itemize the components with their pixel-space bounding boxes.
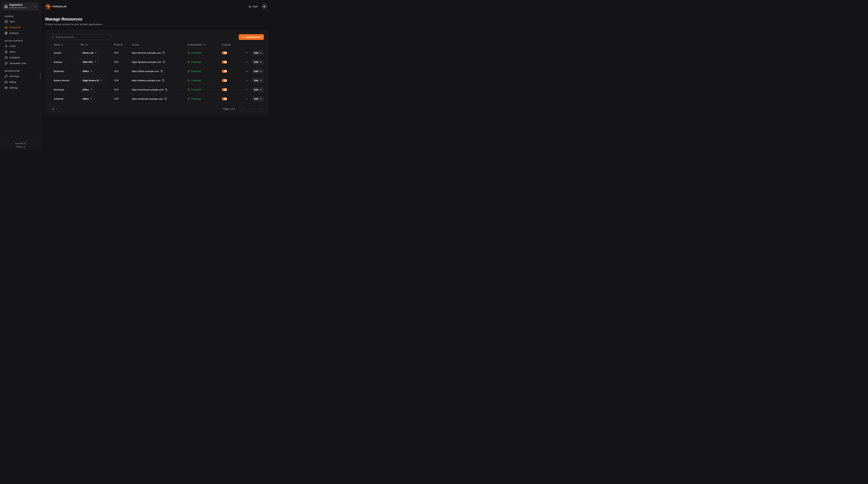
column-header-authentication[interactable]: Authentication — [187, 43, 222, 46]
key-icon — [4, 75, 8, 78]
resource-url: https://immich.example.com — [132, 52, 161, 54]
copy-icon — [162, 79, 164, 82]
edit-button[interactable]: Edit — [252, 78, 264, 83]
edit-button[interactable]: Edit — [252, 60, 264, 64]
site-link-button[interactable]: Office — [80, 68, 94, 74]
theme-toggle[interactable]: Dark — [249, 5, 258, 8]
site-link-button[interactable]: AWS VPC — [80, 59, 98, 65]
resource-protocol: TCP — [114, 88, 132, 91]
enabled-toggle[interactable] — [222, 70, 227, 73]
ticket-check-icon — [4, 81, 8, 84]
enabled-toggle[interactable] — [222, 79, 227, 82]
chevrons-right-icon — [260, 108, 262, 110]
page-head: Manage Resources Create secure proxies t… — [45, 17, 268, 26]
shield-check-icon — [187, 61, 190, 63]
edit-button[interactable]: Edit — [252, 96, 264, 101]
sidebar-item-billing[interactable]: Billing — [2, 79, 38, 85]
add-resource-button[interactable]: Add Resource — [239, 34, 264, 40]
copy-url-button[interactable] — [161, 70, 163, 72]
sidebar-item-label: Users — [9, 45, 16, 48]
arrow-right-icon — [259, 61, 262, 63]
sidebar-item-users[interactable]: Users — [2, 43, 38, 49]
first-page-button[interactable] — [240, 107, 245, 112]
pangolin-logo-icon — [45, 4, 51, 9]
search-icon — [52, 36, 54, 38]
shield-check-icon — [187, 79, 190, 82]
column-header-enabled: Enabled — [222, 43, 232, 46]
ellipsis-icon — [245, 88, 248, 91]
sort-icon[interactable] — [204, 43, 206, 46]
next-page-button[interactable] — [252, 107, 257, 112]
row-menu-button[interactable] — [245, 79, 248, 82]
chevron-right-icon — [254, 108, 256, 110]
org-selector-label: Organization — [9, 4, 32, 6]
avatar[interactable]: M — [261, 4, 267, 9]
row-menu-button[interactable] — [245, 70, 248, 73]
site-link-button[interactable]: Office — [80, 96, 94, 101]
page-title: Manage Resources — [45, 17, 268, 22]
sort-icon[interactable] — [85, 43, 88, 46]
column-header-protocol: Protocol — [114, 43, 132, 46]
site-link-button[interactable]: Office — [80, 87, 94, 92]
resource-url: https://authentik.example.com — [132, 97, 163, 100]
avatar-initial: M — [264, 5, 265, 8]
sidebar-item-resources[interactable]: Resources — [2, 25, 38, 30]
search-input[interactable] — [56, 36, 109, 38]
enabled-toggle[interactable] — [222, 88, 227, 91]
copy-url-button[interactable] — [165, 88, 167, 91]
enabled-toggle[interactable] — [222, 97, 227, 100]
card-toolbar: Add Resource — [50, 34, 264, 40]
column-header-name[interactable]: Name — [54, 43, 80, 46]
copy-url-button[interactable] — [164, 97, 167, 100]
moon-icon — [249, 5, 251, 8]
footer-link-github[interactable]: GitHub — [16, 146, 25, 148]
user-icon — [4, 44, 8, 48]
sidebar-item-domains[interactable]: Domains — [2, 30, 38, 36]
row-menu-button[interactable] — [245, 88, 248, 91]
auth-status-badge: Protected — [191, 79, 201, 82]
copy-url-button[interactable] — [162, 79, 164, 82]
site-link-button[interactable]: Home Lab — [80, 50, 99, 55]
main-content: PANGOLIN Dark M Manage Resources Create … — [41, 0, 270, 150]
sidebar: Organization milo@fossorial.io's ... GEN… — [0, 0, 41, 150]
row-menu-button[interactable] — [245, 51, 248, 54]
brand-name: PANGOLIN — [53, 5, 66, 8]
shield-check-icon — [187, 88, 190, 91]
chevrons-left-icon — [241, 108, 243, 110]
sidebar-scrollbar-thumb[interactable] — [40, 73, 41, 78]
sidebar-item-api-keys[interactable]: API Keys — [2, 73, 38, 79]
edit-button[interactable]: Edit — [252, 69, 264, 73]
row-menu-button[interactable] — [245, 61, 248, 64]
page-size-select[interactable]: 20 — [50, 106, 60, 112]
enabled-toggle[interactable] — [222, 51, 227, 54]
arrow-up-right-icon — [100, 79, 102, 82]
sort-icon[interactable] — [61, 43, 63, 46]
column-header-site[interactable]: Site — [80, 43, 114, 46]
previous-page-button[interactable] — [246, 107, 251, 112]
page-subtitle: Create secure proxies to your private ap… — [45, 23, 268, 26]
org-selector[interactable]: Organization milo@fossorial.io's ... — [2, 2, 38, 10]
copy-url-button[interactable] — [162, 52, 165, 54]
topbar: PANGOLIN Dark M — [45, 0, 268, 13]
site-link-button[interactable]: Edge Device 01 — [80, 78, 104, 83]
copy-icon — [163, 61, 165, 63]
resource-url: https://office.example.com — [132, 70, 159, 72]
resource-url: https://battery.example.com — [132, 79, 160, 82]
column-header-access: Access — [132, 43, 187, 46]
sidebar-item-shareable-links[interactable]: Shareable Links — [2, 60, 38, 66]
sidebar-item-roles[interactable]: Roles — [2, 49, 38, 55]
footer-link-fossorial[interactable]: Fossorial — [15, 142, 26, 145]
copy-url-button[interactable] — [163, 61, 165, 63]
resources-card: Add Resource Name Site Protocol Access — [45, 30, 268, 115]
sidebar-footer: Fossorial GitHub — [0, 140, 41, 150]
sidebar-item-sites[interactable]: Sites — [2, 19, 38, 25]
sidebar-item-settings[interactable]: Settings — [2, 85, 38, 91]
link-icon — [4, 62, 8, 65]
last-page-button[interactable] — [259, 107, 264, 112]
edit-button[interactable]: Edit — [252, 87, 264, 92]
sidebar-item-invitations[interactable]: Invitations — [2, 55, 38, 60]
row-menu-button[interactable] — [245, 97, 248, 100]
edit-button[interactable]: Edit — [252, 51, 264, 55]
shield-check-icon — [187, 70, 190, 72]
enabled-toggle[interactable] — [222, 61, 227, 64]
